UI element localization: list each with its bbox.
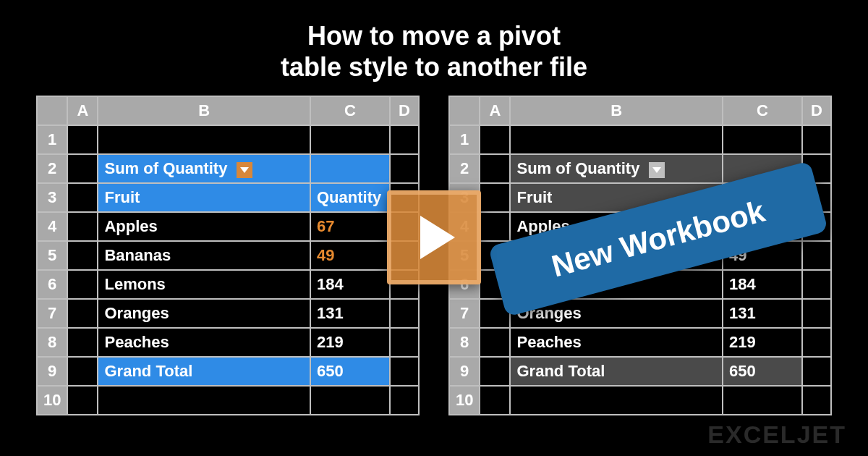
pivot-val-label[interactable]: Quantity (310, 183, 390, 212)
cell[interactable] (67, 299, 98, 328)
pivot-sum-label: Sum of Quantity (516, 159, 639, 177)
cell[interactable] (480, 154, 510, 183)
cell[interactable] (480, 212, 510, 241)
cell[interactable] (723, 125, 802, 154)
pivot-item-name[interactable]: Peaches (98, 328, 310, 357)
pivot-item-qty[interactable]: 219 (310, 328, 390, 357)
cell[interactable] (802, 241, 831, 270)
pivot-item-qty[interactable]: 67 (310, 212, 390, 241)
cell[interactable] (67, 154, 98, 183)
cell[interactable] (802, 270, 831, 299)
pivot-item-name[interactable]: Lemons (98, 270, 310, 299)
row-header[interactable]: 7 (449, 299, 480, 328)
cell[interactable] (480, 125, 510, 154)
cell[interactable] (480, 328, 510, 357)
cell[interactable] (310, 154, 390, 183)
pivot-item-qty[interactable]: 184 (723, 270, 802, 299)
row-header[interactable]: 6 (37, 270, 67, 299)
cell[interactable] (510, 386, 723, 415)
play-button[interactable] (387, 190, 481, 284)
pivot-sum-label-cell[interactable]: Sum of Quantity (98, 154, 310, 183)
cell[interactable] (310, 125, 390, 154)
table-row: 10 (37, 386, 419, 415)
col-header-d[interactable]: D (390, 96, 419, 125)
cell[interactable] (310, 386, 390, 415)
cell[interactable] (98, 125, 310, 154)
cell[interactable] (67, 183, 98, 212)
cell[interactable] (67, 357, 98, 386)
pivot-total-label[interactable]: Grand Total (510, 357, 723, 386)
cell[interactable] (390, 125, 419, 154)
row-header[interactable]: 2 (37, 154, 67, 183)
pivot-item-name[interactable]: Peaches (510, 328, 723, 357)
row-header[interactable]: 9 (449, 357, 480, 386)
cell[interactable] (480, 183, 510, 212)
cell[interactable] (480, 357, 510, 386)
pivot-total-value[interactable]: 650 (310, 357, 390, 386)
pivot-row-label[interactable]: Fruit (98, 183, 310, 212)
pivot-item-name[interactable]: Bananas (98, 241, 310, 270)
cell[interactable] (67, 386, 98, 415)
cell[interactable] (67, 241, 98, 270)
row-header[interactable]: 8 (449, 328, 480, 357)
cell[interactable] (98, 386, 310, 415)
pivot-item-qty[interactable]: 49 (310, 241, 390, 270)
row-header[interactable]: 9 (37, 357, 67, 386)
col-header-c[interactable]: C (723, 96, 802, 125)
cell[interactable] (723, 386, 802, 415)
pivot-item-name[interactable]: Oranges (98, 299, 310, 328)
cell[interactable] (802, 328, 831, 357)
cell[interactable] (390, 357, 419, 386)
pivot-total-value[interactable]: 650 (723, 357, 802, 386)
pivot-sum-label-cell[interactable]: Sum of Quantity (510, 154, 723, 183)
title-line-1: How to move a pivot (307, 21, 561, 51)
pivot-item-qty[interactable]: 219 (723, 328, 802, 357)
pivot-item-name[interactable]: Apples (98, 212, 310, 241)
pivot-item-qty[interactable]: 131 (723, 299, 802, 328)
select-all-corner[interactable] (37, 96, 67, 125)
col-header-a[interactable]: A (67, 96, 98, 125)
cell[interactable] (67, 328, 98, 357)
filter-dropdown-icon[interactable] (237, 162, 252, 178)
row-header[interactable]: 7 (37, 299, 67, 328)
row-header[interactable]: 1 (449, 125, 480, 154)
row-header[interactable]: 10 (449, 386, 480, 415)
row-header[interactable]: 3 (37, 183, 67, 212)
cell[interactable] (802, 299, 831, 328)
col-header-b[interactable]: B (98, 96, 310, 125)
cell[interactable] (67, 125, 98, 154)
row-header[interactable]: 2 (449, 154, 480, 183)
col-header-b[interactable]: B (510, 96, 723, 125)
cell[interactable] (480, 386, 510, 415)
cell[interactable] (67, 212, 98, 241)
col-header-a[interactable]: A (480, 96, 510, 125)
pivot-table-styled: A B C D 1 2 Sum of Quantity (36, 96, 420, 415)
table-row: 9 Grand Total 650 (449, 357, 831, 386)
select-all-corner[interactable] (449, 96, 480, 125)
pivot-sum-label: Sum of Quantity (104, 159, 227, 177)
cell[interactable] (67, 270, 98, 299)
col-header-d[interactable]: D (802, 96, 831, 125)
cell[interactable] (802, 357, 831, 386)
pivot-item-qty[interactable]: 131 (310, 299, 390, 328)
table-row: 1 (37, 125, 419, 154)
cell[interactable] (802, 386, 831, 415)
table-row: 9 Grand Total 650 (37, 357, 419, 386)
col-header-c[interactable]: C (310, 96, 390, 125)
row-header[interactable]: 10 (37, 386, 67, 415)
cell[interactable] (390, 299, 419, 328)
cell[interactable] (390, 328, 419, 357)
row-header[interactable]: 4 (37, 212, 67, 241)
cell[interactable] (510, 125, 723, 154)
filter-dropdown-icon[interactable] (649, 162, 665, 178)
pivot-total-label[interactable]: Grand Total (98, 357, 310, 386)
row-header[interactable]: 8 (37, 328, 67, 357)
sheet-left: A B C D 1 2 Sum of Quantity (36, 96, 420, 415)
cell[interactable] (390, 386, 419, 415)
row-header[interactable]: 1 (37, 125, 67, 154)
cell[interactable] (390, 154, 419, 183)
cell[interactable] (802, 125, 831, 154)
pivot-item-qty[interactable]: 184 (310, 270, 390, 299)
table-row: 5 Bananas 49 (37, 241, 419, 270)
row-header[interactable]: 5 (37, 241, 67, 270)
